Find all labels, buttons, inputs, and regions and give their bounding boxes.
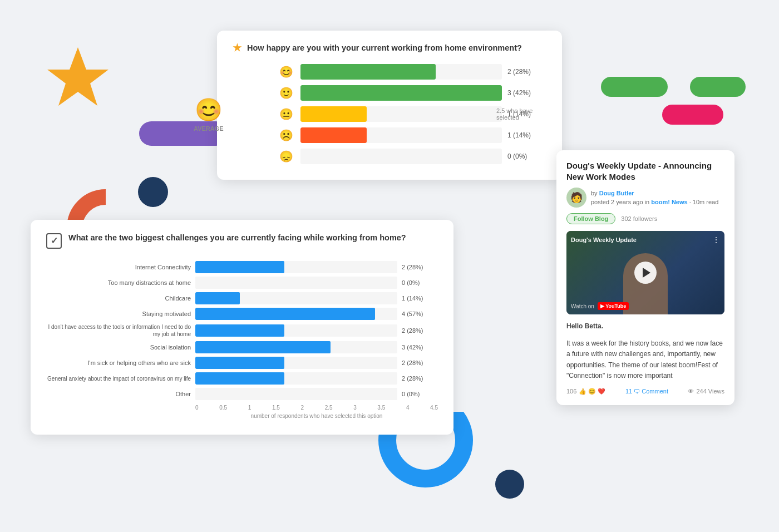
average-indicator: 😊 AVERAGE — [194, 97, 224, 132]
follow-row: Follow Blog 302 followers — [566, 213, 724, 224]
bar-container-2 — [300, 85, 502, 101]
youtube-bar: Watch on ▶ YouTube — [571, 302, 720, 310]
ch-bar-wrap-other — [195, 388, 397, 400]
youtube-logo[interactable]: ▶ YouTube — [598, 302, 629, 310]
checkbox-icon — [46, 233, 62, 249]
ch-bar-wrap-anxiety — [195, 372, 397, 385]
ch-bar-childcare — [195, 292, 240, 304]
green-pill2-decoration — [690, 77, 746, 97]
ch-val-childcare: 1 (14%) — [402, 295, 438, 302]
ch-row-sick: I'm sick or helping others who are sick … — [46, 357, 438, 369]
blog-body-text: It was a week for the history books, and… — [566, 338, 724, 381]
blog-reactions: 106 👍 😊 ❤️ — [566, 388, 605, 395]
blog-author[interactable]: Doug Butler — [599, 190, 634, 196]
blog-title: Doug's Weekly Update - Announcing New Wo… — [566, 160, 724, 182]
challenges-card-title: What are the two biggest challenges you … — [46, 232, 438, 249]
ch-bar-wrap-motivated — [195, 308, 397, 320]
ch-val-motivated: 4 (57%) — [402, 311, 438, 317]
watch-on-text: Watch on — [571, 303, 594, 309]
average-smiley: 😊 — [195, 97, 223, 123]
smiley-icon-4: ☹️ — [277, 129, 295, 142]
x-axis-labels: 0 0.5 1 1.5 2 2.5 3 3.5 4 4.5 — [195, 405, 438, 411]
ch-bar-wrap-social — [195, 341, 397, 353]
play-button[interactable] — [634, 262, 657, 284]
axis-title: number of respondents who have selected … — [195, 413, 438, 419]
ch-bar-wrap-internet — [195, 261, 397, 273]
happiness-chart-area: 😊 AVERAGE 😊 2 (28%) 🙂 3 (42%) — [233, 64, 546, 164]
blog-meta-text: by Doug Butler posted 2 years ago in boo… — [591, 189, 718, 207]
ch-row-distractions: Too many distractions at home 0 (0%) — [46, 277, 438, 289]
happiness-row-4: ☹️ 1 (14%) — [277, 127, 546, 143]
video-title-text: Doug's Weekly Update — [571, 237, 637, 243]
blog-greeting: Hello Betta. — [566, 321, 724, 332]
ch-val-other: 0 (0%) — [402, 391, 438, 397]
ch-val-sick: 2 (28%) — [402, 359, 438, 366]
bar-container-3 — [300, 106, 502, 122]
bar-container-5 — [300, 149, 502, 164]
axis-label-group: 0 0.5 1 1.5 2 2.5 3 3.5 4 4.5 — [195, 405, 438, 411]
smiley-icon-2: 🙂 — [277, 86, 295, 100]
ch-row-motivated: Staying motivated 4 (57%) — [46, 308, 438, 320]
bar-fill-1 — [300, 64, 436, 80]
ch-label-childcare: Childcare — [46, 294, 191, 302]
ch-row-other: Other 0 (0%) — [46, 388, 438, 400]
ch-label-tools: I don't have access to the tools or info… — [46, 323, 191, 338]
ch-bar-anxiety — [195, 372, 284, 385]
ch-row-internet: Internet Connectivity 2 (28%) — [46, 261, 438, 273]
blog-views: 👁 244 Views — [688, 388, 724, 395]
pink-pill-decoration — [662, 105, 723, 125]
ch-row-social: Social isolation 3 (42%) — [46, 341, 438, 353]
challenges-chart: Internet Connectivity 2 (28%) Too many d… — [46, 261, 438, 400]
green-pill1-decoration — [601, 77, 668, 97]
ch-bar-internet — [195, 261, 284, 273]
ch-label-other: Other — [46, 390, 191, 398]
happiness-card-title: ★ How happy are you with your current wo… — [233, 42, 546, 54]
ch-val-tools: 2 (28%) — [402, 327, 438, 334]
ch-bar-wrap-childcare — [195, 292, 397, 304]
ch-val-distractions: 0 (0%) — [402, 279, 438, 286]
bar-container-1 — [300, 64, 502, 80]
video-options-icon[interactable]: ⋮ — [712, 235, 720, 244]
ch-row-childcare: Childcare 1 (14%) — [46, 292, 438, 304]
ch-bar-wrap-distractions — [195, 277, 397, 289]
happiness-row-1: 😊 2 (28%) — [277, 64, 546, 80]
ch-val-social: 3 (42%) — [402, 344, 438, 351]
reaction-icons: 👍 😊 ❤️ — [579, 388, 605, 395]
follow-blog-button[interactable]: Follow Blog — [566, 213, 615, 224]
ch-label-sick: I'm sick or helping others who are sick — [46, 359, 191, 367]
video-title-bar: Doug's Weekly Update ⋮ — [571, 235, 720, 244]
blog-channel[interactable]: boom! News — [651, 199, 687, 205]
ch-bar-wrap-sick — [195, 357, 397, 369]
video-overlay: Doug's Weekly Update ⋮ Watch on ▶ YouTub… — [566, 231, 724, 314]
bar-label-2: 3 (42%) — [507, 89, 546, 97]
happiness-survey-card: ★ How happy are you with your current wo… — [217, 31, 562, 180]
smiley-icon-5: 😞 — [277, 150, 295, 163]
ch-label-anxiety: General anxiety about the impact of coro… — [46, 375, 191, 382]
blog-footer: 106 👍 😊 ❤️ 11 🗨 Comment 👁 244 Views — [566, 388, 724, 395]
svg-marker-0 — [47, 47, 109, 106]
challenges-survey-card: What are the two biggest challenges you … — [31, 220, 453, 435]
ch-bar-tools — [195, 324, 284, 337]
reaction-count: 106 — [566, 388, 576, 395]
blog-comments[interactable]: 11 🗨 Comment — [625, 388, 668, 395]
ch-row-anxiety: General anxiety about the impact of coro… — [46, 372, 438, 385]
ch-label-distractions: Too many distractions at home — [46, 279, 191, 287]
dark-circle2-decoration — [495, 470, 524, 499]
happiness-row-5: 😞 0 (0%) — [277, 149, 546, 164]
ch-label-internet: Internet Connectivity — [46, 263, 191, 271]
bar-fill-4 — [300, 127, 367, 143]
dark-circle-decoration — [138, 177, 168, 207]
ch-row-tools: I don't have access to the tools or info… — [46, 323, 438, 338]
ch-bar-motivated — [195, 308, 375, 320]
happiness-row-2: 🙂 3 (42%) — [277, 85, 546, 101]
smiley-icon-3: 😐 — [277, 107, 295, 121]
ch-label-social: Social isolation — [46, 343, 191, 351]
play-triangle-icon — [643, 268, 650, 278]
ch-val-internet: 2 (28%) — [402, 264, 438, 270]
star-icon: ★ — [233, 42, 241, 54]
ch-label-motivated: Staying motivated — [46, 310, 191, 318]
bar-fill-3 — [300, 106, 367, 122]
ch-bar-social — [195, 341, 331, 353]
blog-video[interactable]: Doug's Weekly Update ⋮ Watch on ▶ YouTub… — [566, 231, 724, 314]
ch-val-anxiety: 2 (28%) — [402, 375, 438, 382]
